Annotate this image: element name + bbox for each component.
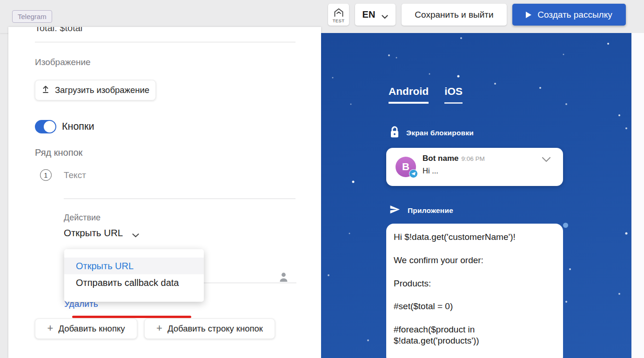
avatar: B <box>396 157 416 177</box>
person-variable-icon[interactable] <box>279 272 288 284</box>
toggle-knob <box>44 121 55 133</box>
button-text-input[interactable] <box>64 199 295 199</box>
message-line: #foreach($product in $!data.get('product… <box>394 324 556 346</box>
tab-android[interactable]: Android <box>389 86 429 104</box>
action-select-value: Открыть URL <box>64 227 123 239</box>
platform-tabs: Android iOS <box>389 86 463 104</box>
telegram-badge-icon <box>409 169 418 178</box>
chevron-down-icon <box>132 231 139 235</box>
application-section: Приложение <box>389 204 453 217</box>
platform-badge: Telegram <box>12 10 52 23</box>
add-button-row-label: Добавить строку кнопок <box>168 324 263 334</box>
add-button-row-button[interactable]: + Добавить строку кнопок <box>144 318 275 339</box>
lock-screen-label: Экран блокировки <box>406 129 474 137</box>
red-annotation-underline <box>72 316 191 318</box>
action-select[interactable]: Открыть URL <box>64 227 139 239</box>
broadcast-editor-app: Telegram TEST EN Сохранить и выйти Созда… <box>0 0 644 358</box>
add-button-button[interactable]: + Добавить кнопку <box>35 318 137 339</box>
total-field-underline <box>35 42 295 42</box>
notification-card: B Bot name9:06 PM Hi ... <box>386 148 563 186</box>
row-number-badge: 1 <box>40 169 52 181</box>
application-label: Приложение <box>408 206 453 215</box>
add-button-label: Добавить кнопку <box>58 324 125 334</box>
tab-ios[interactable]: iOS <box>444 86 463 104</box>
message-line: #set($total = 0) <box>394 301 556 312</box>
star-background <box>321 33 322 34</box>
chevron-down-icon <box>382 13 388 17</box>
notification-bot-name: Bot name9:06 PM <box>423 154 485 163</box>
scroll-indicator-dot <box>563 223 568 228</box>
notification-preview-text: Hi ... <box>423 166 438 175</box>
notification-time: 9:06 PM <box>461 155 484 162</box>
chevron-down-icon[interactable] <box>542 156 551 164</box>
play-icon <box>526 12 531 18</box>
button-text-field-label: Текст <box>64 170 86 180</box>
message-line: We confirm your order: <box>394 255 556 266</box>
message-editor-panel: Total: $total Изображение Загрузить изоб… <box>8 27 321 358</box>
save-exit-button[interactable]: Сохранить и выйти <box>402 4 507 26</box>
create-broadcast-label: Создать рассылку <box>537 10 612 20</box>
action-dropdown-menu: Открыть URL Отправить callback data <box>64 249 204 302</box>
plus-icon: + <box>156 322 162 334</box>
image-section-label: Изображение <box>35 57 91 67</box>
button-row-label: Ряд кнопок <box>35 147 82 158</box>
avatar-letter: B <box>402 161 409 173</box>
create-broadcast-button[interactable]: Создать рассылку <box>512 4 626 26</box>
message-line: Hi $!data.get('customerName')! <box>394 232 556 243</box>
upload-image-label: Загрузить изображение <box>55 85 149 95</box>
test-button-label: TEST <box>333 18 344 23</box>
dropdown-option-callback-data[interactable]: Отправить callback data <box>64 274 204 291</box>
language-value: EN <box>362 9 376 20</box>
test-home-icon <box>333 8 344 19</box>
dropdown-option-open-url[interactable]: Открыть URL <box>64 258 204 274</box>
language-dropdown[interactable]: EN <box>355 4 396 26</box>
message-line: Products: <box>394 278 556 289</box>
lock-screen-section: Экран блокировки <box>389 126 474 140</box>
paper-plane-icon <box>389 204 401 217</box>
buttons-toggle-label: Кнопки <box>62 121 94 133</box>
message-bubble: Hi $!data.get('customerName')! We confir… <box>386 224 563 358</box>
buttons-toggle[interactable] <box>35 120 56 133</box>
test-button[interactable]: TEST <box>328 4 349 26</box>
lock-icon <box>389 126 400 140</box>
upload-image-button[interactable]: Загрузить изображение <box>35 80 156 100</box>
plus-icon: + <box>47 322 54 334</box>
total-field-value[interactable]: Total: $total <box>35 27 82 33</box>
upload-icon <box>41 85 50 96</box>
right-margin-strip <box>631 33 644 358</box>
action-label: Действие <box>64 213 101 223</box>
phone-preview-panel: Android iOS Экран блокировки B Bot name9… <box>321 33 631 358</box>
